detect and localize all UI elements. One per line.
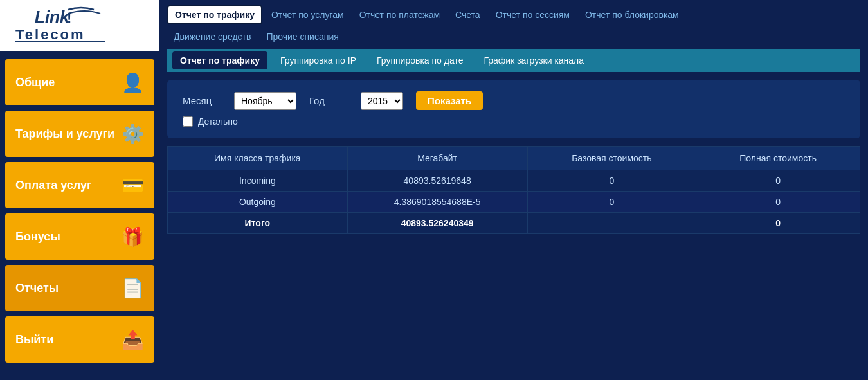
sidebar-item-bonuses[interactable]: Бонусы 🎁: [5, 213, 154, 260]
row-full-cost-incoming: 0: [696, 170, 860, 192]
gift-icon: 🎁: [122, 226, 144, 248]
wallet-icon: 💳: [122, 175, 144, 196]
nav-accounts[interactable]: Счета: [449, 6, 487, 23]
logo-area: Link ! Telecom: [0, 0, 159, 51]
col-header-full-cost: Полная стоимость: [696, 147, 860, 170]
month-select[interactable]: Ноябрь Январь Февраль Март Апрель Май Ию…: [234, 92, 296, 110]
table-header-row: Имя класса трафика Мегабайт Базовая стои…: [168, 147, 860, 170]
user-icon: 👤: [122, 72, 144, 93]
svg-text:!: !: [67, 10, 71, 26]
detail-checkbox[interactable]: [183, 116, 193, 127]
filter-area: Месяц Ноябрь Январь Февраль Март Апрель …: [167, 80, 860, 138]
sidebar-label-payment: Оплата услуг: [15, 179, 91, 192]
gear-icon: ⚙️: [122, 123, 144, 145]
sub-tab-traffic-report[interactable]: Отчет по трафику: [172, 51, 267, 69]
top-nav-row2: Движение средств Прочие списания: [167, 28, 860, 45]
sidebar-label-bonuses: Бонусы: [15, 230, 60, 244]
sub-tabs: Отчет по трафику Группировка по IP Групп…: [167, 49, 860, 72]
month-label: Месяц: [183, 95, 221, 106]
row-name-total: Итого: [168, 213, 348, 234]
top-nav-row1: Отчет по трафику Отчет по услугам Отчет …: [167, 5, 860, 24]
row-base-cost-incoming: 0: [527, 170, 696, 192]
sidebar-item-reports[interactable]: Отчеты 📄: [5, 265, 154, 311]
logout-icon: 📤: [122, 329, 144, 350]
nav-sessions[interactable]: Отчет по сессиям: [489, 6, 576, 23]
nav-payments[interactable]: Отчет по платежам: [353, 6, 446, 23]
sidebar-label-tariffs: Тарифы и услуги: [15, 127, 114, 141]
row-name-incoming: Incoming: [168, 170, 348, 192]
table-row: Incoming 40893.52619648 0 0: [168, 170, 860, 192]
nav-services[interactable]: Отчет по услугам: [265, 6, 350, 23]
col-header-name: Имя класса трафика: [168, 147, 348, 170]
detail-row: Детально: [183, 116, 845, 127]
nav-blocks[interactable]: Отчет по блокировкам: [579, 6, 685, 23]
year-label: Год: [309, 95, 348, 106]
svg-text:Telecom: Telecom: [15, 26, 86, 42]
main-content: Отчет по трафику Отчет по услугам Отчет …: [159, 0, 868, 380]
sidebar-item-payment[interactable]: Оплата услуг 💳: [5, 162, 154, 208]
sub-tab-group-date[interactable]: Группировка по дате: [369, 51, 471, 69]
row-full-cost-total: 0: [696, 213, 860, 234]
nav-movement[interactable]: Движение средств: [167, 28, 257, 45]
sidebar-label-reports: Отчеты: [15, 282, 59, 295]
row-megabytes-outgoing: 4.3869018554688E-5: [347, 192, 527, 213]
row-base-cost-total: [527, 213, 696, 234]
sidebar-label-general: Общие: [15, 76, 55, 89]
table-row: Outgoing 4.3869018554688E-5 0 0: [168, 192, 860, 213]
filter-row-main: Месяц Ноябрь Январь Февраль Март Апрель …: [183, 91, 845, 110]
traffic-table: Имя класса трафика Мегабайт Базовая стои…: [167, 146, 860, 234]
row-megabytes-total: 40893.526240349: [347, 213, 527, 234]
sidebar-item-tariffs[interactable]: Тарифы и услуги ⚙️: [5, 111, 154, 157]
logo-image: Link ! Telecom: [10, 5, 113, 48]
row-base-cost-outgoing: 0: [527, 192, 696, 213]
sidebar-item-general[interactable]: Общие 👤: [5, 59, 154, 105]
table-row-total: Итого 40893.526240349 0: [168, 213, 860, 234]
sub-tab-channel-graph[interactable]: График загрузки канала: [476, 51, 592, 69]
show-button[interactable]: Показать: [416, 91, 483, 110]
sidebar-label-logout: Выйти: [15, 333, 53, 347]
sub-tab-group-ip[interactable]: Группировка по IP: [273, 51, 364, 69]
year-select[interactable]: 2015 2013 2014 2016 2017: [361, 92, 403, 110]
col-header-base-cost: Базовая стоимость: [527, 147, 696, 170]
svg-text:Link: Link: [35, 7, 70, 26]
detail-label: Детально: [198, 116, 238, 127]
row-name-outgoing: Outgoing: [168, 192, 348, 213]
logo: Link ! Telecom: [10, 5, 113, 48]
nav-writeoffs[interactable]: Прочие списания: [260, 28, 345, 45]
sidebar-menu: Общие 👤 Тарифы и услуги ⚙️ Оплата услуг …: [0, 51, 159, 380]
row-full-cost-outgoing: 0: [696, 192, 860, 213]
sidebar-item-logout[interactable]: Выйти 📤: [5, 316, 154, 363]
report-icon: 📄: [122, 278, 144, 299]
row-megabytes-incoming: 40893.52619648: [347, 170, 527, 192]
sidebar: Link ! Telecom Общие 👤 Тарифы и услуги ⚙…: [0, 0, 159, 380]
nav-traffic[interactable]: Отчет по трафику: [167, 5, 262, 24]
col-header-megabytes: Мегабайт: [347, 147, 527, 170]
